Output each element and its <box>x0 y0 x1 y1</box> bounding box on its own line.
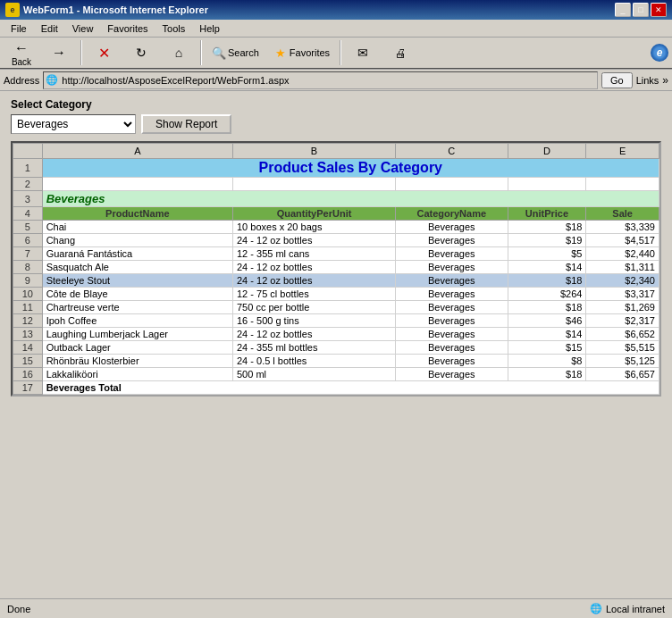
row-num: 15 <box>13 355 43 368</box>
row-num: 12 <box>13 314 43 328</box>
cell-sale: $1,269 <box>586 301 659 314</box>
links-label[interactable]: Links <box>636 75 659 86</box>
search-icon: 🔍 <box>212 44 226 62</box>
menu-file[interactable]: File <box>4 21 34 36</box>
cell-sale: $2,340 <box>586 274 659 288</box>
col-header-b: B <box>233 144 396 159</box>
col-header-d: D <box>508 144 586 159</box>
menu-help[interactable]: Help <box>192 21 227 36</box>
title-row-1: 1 Product Sales By Category <box>13 159 659 178</box>
cell-qty: 24 - 12 oz bottles <box>233 234 396 247</box>
cell-name: Guaraná Fantástica <box>42 247 232 261</box>
col-header-a: A <box>42 144 232 159</box>
table-row: 9 Steeleye Stout 24 - 12 oz bottles Beve… <box>13 274 659 288</box>
cell-price: $19 <box>508 234 586 247</box>
search-button[interactable]: 🔍 Search <box>206 41 265 64</box>
total-row: 17 Beverages Total <box>13 381 659 395</box>
row-num: 8 <box>13 261 43 274</box>
stop-button[interactable]: ✕ <box>86 41 122 64</box>
row-num: 13 <box>13 328 43 341</box>
table-row: 12 Ipoh Coffee 16 - 500 g tins Beverages… <box>13 314 659 328</box>
address-label: Address <box>4 75 39 86</box>
back-button[interactable]: ← Back <box>4 37 39 70</box>
window-controls[interactable]: _ □ ✕ <box>615 3 667 17</box>
cell-price: $46 <box>508 314 586 328</box>
close-button[interactable]: ✕ <box>651 3 667 17</box>
menu-bar: File Edit View Favorites Tools Help <box>0 20 672 38</box>
header-qty: QuantityPerUnit <box>233 207 396 221</box>
menu-favorites[interactable]: Favorites <box>100 21 155 36</box>
cell-cat: Beverages <box>396 341 508 355</box>
status-text: Done <box>7 604 30 614</box>
mail-button[interactable]: ✉ <box>345 41 381 64</box>
cell-2d <box>508 178 586 191</box>
cell-price: $18 <box>508 274 586 288</box>
show-report-button[interactable]: Show Report <box>141 114 231 134</box>
refresh-button[interactable]: ↻ <box>123 41 159 64</box>
cell-name: Sasquatch Ale <box>42 261 232 274</box>
table-row: 16 Lakkaliköori 500 ml Beverages $18 $6,… <box>13 368 659 381</box>
category-row: 3 Beverages <box>13 191 659 207</box>
header-sale: Sale <box>586 207 659 221</box>
address-input[interactable] <box>58 72 595 88</box>
total-label: Beverages Total <box>42 381 659 395</box>
cell-qty: 24 - 355 ml bottles <box>233 341 396 355</box>
cell-cat: Beverages <box>396 288 508 301</box>
forward-button[interactable]: → <box>41 41 77 64</box>
cell-price: $14 <box>508 261 586 274</box>
row-num-2: 2 <box>13 178 43 191</box>
cell-name: Laughing Lumberjack Lager <box>42 328 232 341</box>
maximize-button[interactable]: □ <box>633 3 649 17</box>
menu-edit[interactable]: Edit <box>34 21 65 36</box>
header-row: 4 ProductName QuantityPerUnit CategoryNa… <box>13 207 659 221</box>
cell-qty: 24 - 0.5 l bottles <box>233 355 396 368</box>
table-row: 15 Rhönbräu Klosterbier 24 - 0.5 l bottl… <box>13 355 659 368</box>
home-button[interactable]: ⌂ <box>161 41 197 64</box>
cell-name: Chartreuse verte <box>42 301 232 314</box>
corner-cell <box>13 144 43 159</box>
print-button[interactable]: 🖨 <box>382 41 418 64</box>
favorites-button[interactable]: ★ Favorites <box>267 41 336 64</box>
cell-2c <box>396 178 508 191</box>
back-icon: ← <box>12 39 31 57</box>
row-num: 9 <box>13 274 43 288</box>
cell-sale: $3,317 <box>586 288 659 301</box>
cell-cat: Beverages <box>396 368 508 381</box>
row-num-total: 17 <box>13 381 43 395</box>
cell-qty: 24 - 12 oz bottles <box>233 261 396 274</box>
row-num: 16 <box>13 368 43 381</box>
table-row: 14 Outback Lager 24 - 355 ml bottles Bev… <box>13 341 659 355</box>
page-content: Select Category Beverages Condiments Con… <box>0 91 672 598</box>
cell-sale: $6,652 <box>586 328 659 341</box>
table-row: 6 Chang 24 - 12 oz bottles Beverages $19… <box>13 234 659 247</box>
spreadsheet-container: A B C D E 1 Product Sales By Category 2 <box>11 141 661 397</box>
cell-sale: $5,515 <box>586 341 659 355</box>
minimize-button[interactable]: _ <box>615 3 631 17</box>
status-bar: Done 🌐 Local intranet <box>0 598 672 618</box>
cell-cat: Beverages <box>396 301 508 314</box>
cell-2e <box>586 178 659 191</box>
category-cell: Beverages <box>42 191 659 207</box>
title-cell: Product Sales By Category <box>42 159 659 178</box>
cell-sale: $2,440 <box>586 247 659 261</box>
header-category: CategoryName <box>396 207 508 221</box>
form-controls: Beverages Condiments Confections Dairy P… <box>11 114 661 134</box>
row-num: 11 <box>13 301 43 314</box>
go-button[interactable]: Go <box>601 72 633 88</box>
menu-tools[interactable]: Tools <box>155 21 193 36</box>
ie-icon: e <box>5 3 20 17</box>
address-bar: Address 🌐 Go Links » <box>0 70 672 91</box>
links-chevron[interactable]: » <box>662 74 668 87</box>
sep3 <box>340 40 341 65</box>
ie-logo: e <box>651 44 668 62</box>
col-header-e: E <box>586 144 659 159</box>
row-num-3: 3 <box>13 191 43 207</box>
cell-name: Steeleye Stout <box>42 274 232 288</box>
category-select[interactable]: Beverages Condiments Confections Dairy P… <box>11 114 136 134</box>
row-num-1: 1 <box>13 159 43 178</box>
cell-price: $18 <box>508 368 586 381</box>
cell-name: Ipoh Coffee <box>42 314 232 328</box>
form-label: Select Category <box>11 98 661 111</box>
cell-price: $18 <box>508 301 586 314</box>
menu-view[interactable]: View <box>65 21 101 36</box>
